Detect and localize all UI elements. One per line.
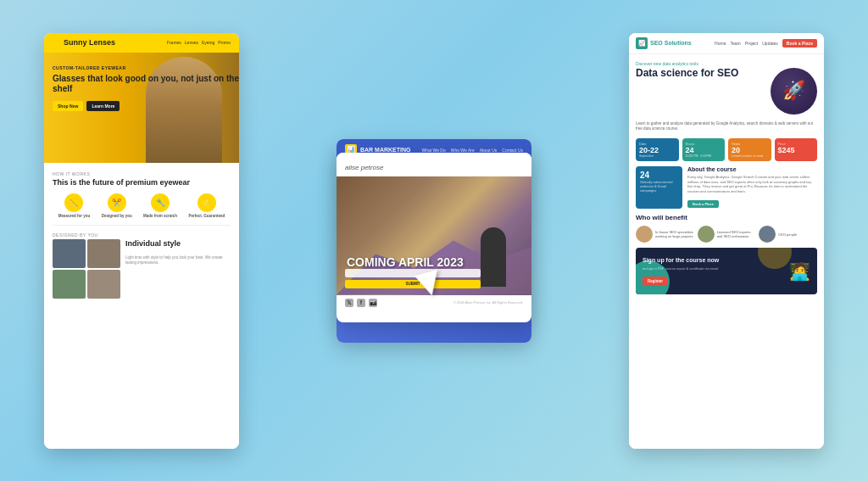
card4-who-avatar-1 <box>636 226 653 243</box>
card1-icon-made: 🔧 Made from scratch <box>143 193 177 218</box>
card4-about-box: 24 Globally administered webinars & Emai… <box>636 166 682 209</box>
card4-who-label-2: Licensed SEO experts and SEO enthusiasts <box>717 230 756 238</box>
card4-stat3-sub: Limited number of seats <box>732 154 768 158</box>
card1-icon-designed: ✂️ Designed by you <box>102 193 132 218</box>
card4-about-title: About the course <box>687 166 817 172</box>
card4-register-button[interactable]: Register <box>643 277 668 286</box>
card1-hero: Custom-Tailored Eyewear Glasses that loo… <box>44 53 239 163</box>
card4-stat2-value: 24 <box>686 146 722 154</box>
card4-about-desc: Every day, Google Analytics, Google Sear… <box>687 175 817 193</box>
card1-nav: Frames Lenses Eyeing Promo <box>167 40 231 45</box>
gallery-container: ★ Sunny Lenses Frames Lenses Eyeing Prom… <box>27 20 841 461</box>
card1-hero-buttons: Shop Now Learn More <box>53 101 239 111</box>
card1-logo: ★ Sunny Lenses <box>53 38 115 48</box>
card4-who-title: Who will benefit <box>636 214 817 221</box>
card-coming-april: alise petrose COMING APRIL 2023 SUBMIT 𝕏… <box>337 153 531 322</box>
card4-who-item-2: Licensed SEO experts and SEO enthusiasts <box>698 226 756 243</box>
card4-stat3-label: Seats <box>732 142 768 146</box>
card4-stat3-value: 20 <box>732 146 768 154</box>
card-sunny-lenses: ★ Sunny Lenses Frames Lenses Eyeing Prom… <box>44 33 239 449</box>
card4-who-row: In-house SEO specialists working on larg… <box>636 226 817 243</box>
card4-stat2-sub: 10:00 PM - 6:00PM <box>686 154 722 158</box>
card1-section2-title: Individual style <box>125 239 231 249</box>
card4-who-avatar-3 <box>759 226 776 243</box>
card1-style-section: Individual style Light tints with style … <box>53 239 231 299</box>
card1-logo-text: Sunny Lenses <box>64 38 115 47</box>
card4-who-avatar-2 <box>698 226 715 243</box>
card1-section2-label: Designed by you <box>53 232 231 238</box>
card1-icon-designed-label: Designed by you <box>102 214 132 218</box>
card4-stat1-label: Date <box>639 142 676 146</box>
card1-icon-made-circle: 🔧 <box>151 193 170 212</box>
cursor <box>417 272 441 296</box>
card3-title: COMING APRIL 2023 <box>347 256 464 269</box>
card4-stats-row: Date 20-22 September Hours 24 10:00 PM -… <box>636 138 817 161</box>
card1-style-img-1 <box>53 239 86 268</box>
card4-cta-title: Sign up for the course now <box>643 257 789 264</box>
card4-about: 24 Globally administered webinars & Emai… <box>636 166 817 209</box>
card3-footer: 𝕏 f 📷 © 2024 Alise Petrose Inc. All Righ… <box>337 295 531 310</box>
card3-input-email[interactable] <box>345 269 481 277</box>
card3-author: alise petrose <box>345 164 383 171</box>
card4-stat-hours: Hours 24 10:00 PM - 6:00PM <box>682 138 726 161</box>
card1-hero-title: Glasses that look good on you, not just … <box>53 74 239 94</box>
card4-about-val: 24 <box>640 171 678 180</box>
card1-style-img-3 <box>53 270 86 299</box>
card1-section1-title: This is the future of premium eyewear <box>53 178 231 187</box>
card1-icons-row: 📐 Measured for you ✂️ Designed by you 🔧 … <box>53 193 231 218</box>
card4-hero-section: Data science for SEO 🚀 <box>636 68 817 115</box>
card4-stat-price: Price $245 <box>775 138 818 161</box>
card3-submit-button[interactable]: SUBMIT <box>345 280 481 288</box>
card1-icon-perfect: ⭐ Perfect. Guaranteed <box>189 193 225 218</box>
card4-cta-subtitle: and get a PDF course report & certificat… <box>643 266 789 271</box>
star-icon: ★ <box>53 38 60 48</box>
card4-who-item-3: CEO people <box>759 226 817 243</box>
card4-about-text: About the course Every day, Google Analy… <box>687 166 817 209</box>
card4-stat-date: Date 20-22 September <box>636 138 679 161</box>
card1-style-img-4 <box>87 270 120 299</box>
card4-who-label-1: In-house SEO specialists working on larg… <box>655 230 694 238</box>
card4-title: Data science for SEO <box>636 68 771 79</box>
card4-book-button[interactable]: Book a Place <box>782 39 817 48</box>
card3-form: SUBMIT <box>345 269 481 288</box>
card4-cta-text: Sign up for the course now and get a PDF… <box>643 257 789 285</box>
card4-stat1-value: 20-22 <box>639 146 676 154</box>
middle-column: 📊 BAR MARKETING What We Do Who We Are Ab… <box>337 139 531 343</box>
card4-who-item-1: In-house SEO specialists working on larg… <box>636 226 694 243</box>
card3-person <box>481 227 506 287</box>
card4-about-cta-button[interactable]: Book a Place <box>687 200 719 208</box>
card4-about-box-label: Globally administered webinars & Email c… <box>640 180 678 193</box>
card1-divider <box>53 225 231 226</box>
card4-header: 📈 SEO Solutions Home Team Project Update… <box>629 33 824 54</box>
card1-icon-measured-circle: 📐 <box>64 193 83 212</box>
card4-logo-text: SEO Solutions <box>650 40 692 46</box>
card4-stat-seats: Seats 20 Limited number of seats <box>728 138 771 161</box>
card1-body: How It Works This is the future of premi… <box>44 163 239 449</box>
card1-icon-designed-circle: ✂️ <box>108 193 126 212</box>
instagram-icon[interactable]: 📷 <box>369 299 377 307</box>
card3-header: alise petrose <box>337 153 531 176</box>
rocket-icon: 🚀 <box>771 68 817 115</box>
card1-icon-perfect-label: Perfect. Guaranteed <box>189 214 225 218</box>
card4-stat2-label: Hours <box>686 142 722 146</box>
card4-cta-banner: Sign up for the course now and get a PDF… <box>636 248 817 294</box>
card4-subtitle: Learn to gather and analyze data generat… <box>636 121 817 132</box>
card1-style-desc: Light tints with style to help you look … <box>125 255 231 266</box>
card1-hero-text: Custom-Tailored Eyewear Glasses that loo… <box>53 65 239 111</box>
card3-social: 𝕏 f 📷 <box>345 299 377 307</box>
facebook-icon[interactable]: f <box>357 299 365 307</box>
card1-icon-perfect-circle: ⭐ <box>198 193 216 212</box>
card-seo-solutions: 📈 SEO Solutions Home Team Project Update… <box>629 33 824 449</box>
seo-logo-icon: 📈 <box>636 37 648 49</box>
card4-stat4-value: $245 <box>778 146 815 154</box>
twitter-icon[interactable]: 𝕏 <box>345 299 353 307</box>
card1-icon-measured: 📐 Measured for you <box>58 193 91 218</box>
card4-cta-figure: 🧑‍💻 <box>789 261 810 282</box>
card4-who-label-3: CEO people <box>778 232 797 237</box>
card1-shop-button[interactable]: Shop Now <box>53 101 83 111</box>
card1-style-images <box>53 239 120 299</box>
card4-discover: Discover new data analytics tools <box>636 61 817 66</box>
card1-learn-button[interactable]: Learn More <box>86 101 120 111</box>
card1-style-img-2 <box>87 239 120 268</box>
card3-copyright: © 2024 Alise Petrose Inc. All Rights Res… <box>453 300 523 305</box>
